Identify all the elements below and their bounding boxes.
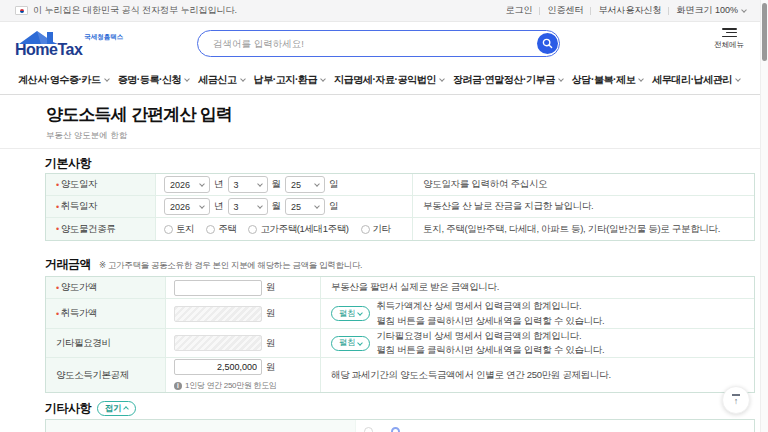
roof-icon — [17, 29, 59, 45]
row-label: 취득가액 — [61, 307, 97, 320]
hamburger-icon — [722, 28, 737, 37]
basic-section-heading: 기본사항 — [45, 155, 91, 172]
all-menu-label: 전체메뉴 — [714, 40, 744, 50]
login-link[interactable]: 로그인 — [505, 4, 532, 17]
table-row-property-type: •양도물건종류 토지 주택 고가주택(1세대1주택) 기타 토지, 주택(일반주… — [46, 218, 754, 240]
collapse-others-button[interactable]: 접기 — [97, 401, 136, 416]
radio-icon — [206, 225, 215, 234]
scrollbar — [760, 0, 768, 432]
nav-item-tax-agent[interactable]: 세무대리·납세관리 — [652, 73, 740, 87]
screen-size-control[interactable]: 화면크기 100% — [676, 4, 746, 17]
nav-item-incentives[interactable]: 장려금·연말정산·기부금 — [453, 73, 563, 87]
dept-user-link[interactable]: 부서사용자신청 — [598, 4, 661, 17]
chevron-down-icon — [314, 181, 320, 187]
transfer-price-input[interactable] — [174, 280, 262, 296]
page-title: 양도소득세 간편계산 입력 — [46, 103, 232, 126]
chevron-down-icon — [741, 7, 747, 13]
acquire-month-select[interactable]: 3 — [228, 198, 268, 215]
logo-sub-text: 국세청홈택스 — [84, 33, 123, 58]
row-label: 양도일자 — [61, 178, 97, 191]
search-input[interactable] — [198, 38, 508, 49]
chevron-down-icon — [439, 76, 445, 82]
acquire-price-input — [174, 306, 262, 322]
scrollbar-thumb[interactable] — [762, 3, 767, 61]
chevron-down-icon — [320, 76, 326, 82]
chevron-down-icon — [199, 181, 205, 187]
hometax-page: 이 누리집은 대한민국 공식 전자정부 누리집입니다. 로그인 인증센터 부서사… — [0, 0, 768, 432]
hometax-logo[interactable]: HomeTax 국세청홈택스 — [15, 29, 123, 58]
divider — [590, 7, 591, 15]
amounts-section-note: ※ 고가주택을 공동소유한 경우 본인 지분에 해당하는 금액을 입력합니다. — [99, 260, 362, 272]
required-mark: • — [56, 224, 59, 234]
main-nav: 계산서·영수증·카드 증명·등록·신청 세금신고 납부·고지·환급 지급명세·자… — [0, 66, 760, 95]
acquire-day-select[interactable]: 25 — [285, 198, 325, 215]
chevron-down-icon — [735, 76, 741, 82]
radio-icon — [164, 225, 173, 234]
basic-info-table: •양도일자 2026 년 3 월 25 일 양도일자를 입력하여 주십시오 •취… — [45, 173, 755, 241]
row-description: 기타필요경비 상세 명세서 입력금액의 합계입니다. 펼침 버튼을 클릭하시면 … — [376, 329, 604, 358]
chevron-down-icon — [314, 203, 320, 209]
table-row-other-expense: 기타필요경비 원 펼침 기타필요경비 상세 명세서 입력금액의 합계입니다. 펼… — [46, 329, 754, 358]
others-section-heading: 기타사항 접기 — [45, 400, 136, 417]
table-row-clipped — [46, 420, 754, 432]
transfer-day-select[interactable]: 25 — [285, 176, 325, 193]
arrow-up-icon: ↑ — [734, 397, 739, 406]
radio-expensive-house[interactable]: 고가주택(1세대1주택) — [248, 223, 348, 236]
table-row-acquire-price: •취득가액 원 펼침 취득가액계산 상세 명세서 입력금액의 합계입니다. 펼침… — [46, 299, 754, 329]
chevron-down-icon — [240, 76, 246, 82]
chevron-down-icon — [199, 203, 205, 209]
row-label: 양도소득기본공제 — [56, 369, 129, 382]
screen-size-label: 화면크기 100% — [676, 4, 738, 17]
scroll-to-top-button[interactable]: ↑ — [722, 386, 750, 414]
chevron-down-icon — [257, 181, 263, 187]
gov-notice: 이 누리집은 대한민국 공식 전자정부 누리집입니다. — [33, 4, 237, 17]
divider — [0, 148, 760, 149]
radio-icon — [361, 225, 370, 234]
row-description: 해당 과세기간의 양도소득금액에서 인별로 연간 250만원 공제됩니다. — [321, 358, 754, 392]
radio-icon — [248, 225, 257, 234]
nav-item-payment[interactable]: 납부·고지·환급 — [254, 73, 325, 87]
acquire-year-select[interactable]: 2026 — [164, 198, 210, 215]
row-label: 양도물건종류 — [61, 223, 116, 236]
table-row-transfer-price: •양도가액 원 부동산을 팔면서 실제로 받은 금액입니다. — [46, 277, 754, 299]
basic-deduction-input[interactable] — [174, 359, 262, 375]
gov-bar: 이 누리집은 대한민국 공식 전자정부 누리집입니다. 로그인 인증센터 부서사… — [0, 0, 760, 22]
search-icon — [542, 38, 553, 49]
search-bar — [197, 30, 560, 57]
chevron-down-icon — [358, 310, 364, 316]
radio-etc[interactable]: 기타 — [361, 223, 391, 236]
chevron-up-icon — [124, 406, 130, 412]
chevron-down-icon — [558, 76, 564, 82]
chevron-down-icon — [104, 76, 110, 82]
radio-land[interactable]: 토지 — [164, 223, 194, 236]
nav-item-consult[interactable]: 상담·불복·제보 — [572, 73, 643, 87]
nav-item-statements[interactable]: 지급명세·자료·공익법인 — [334, 73, 444, 87]
expand-acquire-price-button[interactable]: 펼침 — [331, 306, 370, 321]
chevron-down-icon — [257, 203, 263, 209]
row-description: 토지, 주택(일반주택, 다세대, 아파트 등), 기타(일반건물 등)로 구분… — [413, 218, 754, 240]
table-row-transfer-date: •양도일자 2026 년 3 월 25 일 양도일자를 입력하여 주십시오 — [46, 174, 754, 196]
radio-icon[interactable] — [364, 427, 373, 432]
transfer-month-select[interactable]: 3 — [228, 176, 268, 193]
nav-item-cert[interactable]: 증명·등록·신청 — [118, 73, 189, 87]
chevron-down-icon — [358, 340, 364, 346]
others-table — [45, 419, 755, 432]
amounts-table: •양도가액 원 부동산을 팔면서 실제로 받은 금액입니다. •취득가액 원 펼… — [45, 276, 755, 393]
table-row-acquire-date: •취득일자 2026 년 3 월 25 일 부동산을 산 날로 잔금을 지급한 … — [46, 196, 754, 218]
row-label: 기타필요경비 — [56, 337, 111, 350]
required-mark: • — [56, 180, 59, 190]
amounts-section-heading: 거래금액 ※ 고가주택을 공동소유한 경우 본인 지분에 해당하는 금액을 입력… — [45, 256, 362, 273]
search-button[interactable] — [537, 33, 558, 54]
radio-house[interactable]: 주택 — [206, 223, 236, 236]
expand-other-expense-button[interactable]: 펼침 — [331, 336, 370, 351]
required-mark: • — [56, 309, 59, 319]
radio-icon[interactable] — [391, 427, 400, 432]
korea-flag-icon — [15, 6, 28, 15]
cert-center-link[interactable]: 인증센터 — [547, 4, 583, 17]
nav-item-invoice[interactable]: 계산서·영수증·카드 — [18, 73, 109, 87]
all-menu-button[interactable]: 전체메뉴 — [712, 28, 746, 50]
row-description: 부동산을 팔면서 실제로 받은 금액입니다. — [321, 277, 754, 298]
required-mark: • — [56, 283, 59, 293]
transfer-year-select[interactable]: 2026 — [164, 176, 210, 193]
nav-item-tax-report[interactable]: 세금신고 — [198, 73, 244, 87]
